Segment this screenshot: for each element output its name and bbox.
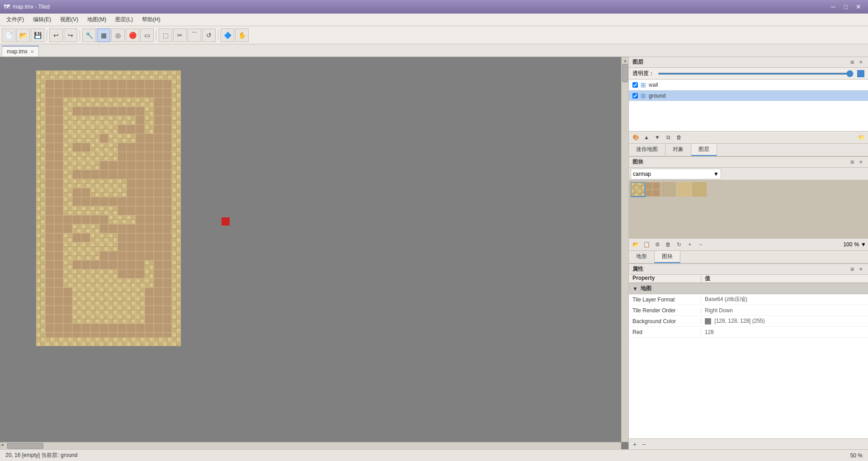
- tileset-minus-button[interactable]: −: [696, 240, 706, 249]
- svg-rect-41: [108, 134, 136, 143]
- maximize-button[interactable]: □: [840, 2, 852, 11]
- svg-rect-37: [72, 306, 145, 315]
- tileset-edit-button[interactable]: ⚙: [652, 240, 662, 249]
- layer-delete-button[interactable]: 🗑: [674, 132, 684, 142]
- rotate-button[interactable]: ↺: [202, 28, 216, 42]
- svg-rect-27: [145, 98, 154, 134]
- open-button[interactable]: 📂: [16, 28, 30, 42]
- layer-color-button[interactable]: 🎨: [631, 132, 641, 142]
- section-arrow: ▼: [632, 286, 638, 292]
- svg-rect-28: [145, 260, 154, 287]
- right-panel: 图层 ⊞ ✕ 透明度： ⊞ wall ⊞: [628, 57, 868, 449]
- tileset-content[interactable]: [629, 180, 868, 238]
- menu-edit[interactable]: 编辑(E): [28, 14, 56, 25]
- tileset-refresh-button[interactable]: ↻: [674, 240, 684, 249]
- layer-folder-button[interactable]: 📁: [856, 132, 866, 142]
- layer-copy-button[interactable]: ⧉: [663, 132, 673, 142]
- layers-panel: 图层 ⊞ ✕ 透明度： ⊞ wall ⊞: [629, 57, 868, 156]
- rect-button[interactable]: ▭: [140, 28, 154, 42]
- separator-1: [47, 30, 47, 41]
- fill-button[interactable]: 🔴: [126, 28, 139, 42]
- properties-table: Property 值 ▼ 地图 Tile Layer Format Base64…: [629, 275, 868, 438]
- undo-button[interactable]: ↩: [49, 28, 63, 42]
- tileset-bottom-toolbar-left: 📂 📋 ⚙ 🗑 ↻ + −: [631, 240, 706, 249]
- tileset-add2-button[interactable]: 📋: [642, 240, 651, 249]
- svg-rect-10: [36, 71, 181, 80]
- tileset-plus-button[interactable]: +: [685, 240, 695, 249]
- object-button[interactable]: 🔷: [221, 28, 234, 42]
- layer-ground-name: ground: [649, 93, 665, 99]
- svg-rect-44: [72, 269, 118, 278]
- prop-background-color-name: Background Color: [629, 318, 701, 325]
- properties-float-button[interactable]: ⊞: [849, 266, 856, 273]
- svg-rect-43: [108, 215, 136, 224]
- scroll-thumb-vertical[interactable]: [622, 64, 628, 82]
- layer-item-ground[interactable]: ⊞ ground: [629, 90, 868, 101]
- layer-up-button[interactable]: ▲: [642, 132, 651, 142]
- tileset-bottom-toolbar: 📂 📋 ⚙ 🗑 ↻ + − 100 % ▼: [629, 238, 868, 251]
- map-tab[interactable]: map.tmx ✕: [2, 46, 39, 56]
- menu-help[interactable]: 帮助(H): [137, 14, 165, 25]
- layer-ground-checkbox[interactable]: [632, 93, 638, 99]
- canvas-area[interactable]: ▲ ◄: [0, 57, 628, 449]
- tab-tiles[interactable]: 图块: [655, 251, 680, 263]
- layers-nav-tabs: 迷你地图 对象 图层: [629, 144, 868, 156]
- tileset-close-button[interactable]: ✕: [857, 159, 864, 166]
- svg-rect-36: [72, 296, 145, 306]
- prop-row-background-color: Background Color [128, 128, 128] (255): [629, 316, 868, 327]
- tab-terrain[interactable]: 地形: [629, 251, 655, 263]
- properties-panel-header: 属性 ⊞ ✕: [629, 264, 868, 275]
- menu-file[interactable]: 文件(F): [2, 14, 28, 25]
- erase-button[interactable]: ◎: [111, 28, 125, 42]
- tileset-delete-button[interactable]: 🗑: [663, 240, 673, 249]
- canvas-scrollbar-vertical[interactable]: ▲: [621, 57, 628, 442]
- tileset-float-button[interactable]: ⊞: [849, 159, 856, 166]
- scroll-left-button[interactable]: ◄: [0, 442, 7, 449]
- layers-float-button[interactable]: ⊞: [849, 59, 856, 66]
- transparency-slider[interactable]: [658, 73, 854, 75]
- layers-close-button[interactable]: ✕: [857, 59, 864, 66]
- prop-section-map[interactable]: ▼ 地图: [629, 283, 868, 294]
- stamp-fill-button[interactable]: ▦: [97, 28, 110, 42]
- tileset-dropdown[interactable]: carmap ▼: [631, 169, 721, 179]
- tab-close-button[interactable]: ✕: [30, 49, 34, 54]
- layers-list: ⊞ wall ⊞ ground: [629, 80, 868, 131]
- close-button[interactable]: ✕: [853, 2, 864, 11]
- hand-button[interactable]: ✋: [235, 28, 249, 42]
- tileset-add-button[interactable]: 📂: [631, 240, 641, 249]
- svg-rect-26: [63, 260, 72, 287]
- scroll-thumb-horizontal[interactable]: [7, 443, 43, 449]
- titlebar-controls: ─ □ ✕: [827, 2, 864, 11]
- svg-rect-40: [72, 134, 99, 143]
- select-button[interactable]: ⬚: [159, 28, 172, 42]
- properties-close-button[interactable]: ✕: [857, 266, 864, 273]
- redo-button[interactable]: ↪: [64, 28, 77, 42]
- tab-objects[interactable]: 对象: [665, 144, 691, 156]
- layer-item-wall[interactable]: ⊞ wall: [629, 80, 868, 90]
- layer-ground-icon: ⊞: [641, 92, 646, 99]
- tileset-toolbar: carmap ▼: [629, 168, 868, 180]
- minimize-button[interactable]: ─: [827, 2, 839, 11]
- tab-minimap[interactable]: 迷你地图: [629, 144, 665, 156]
- prop-background-color-value: [128, 128, 128] (255): [701, 318, 868, 325]
- svg-rect-12: [36, 71, 45, 346]
- layer-wall-checkbox[interactable]: [632, 82, 638, 88]
- layer-down-button[interactable]: ▼: [652, 132, 662, 142]
- menu-map[interactable]: 地图(M): [83, 14, 111, 25]
- canvas-scrollbar-horizontal[interactable]: ◄: [0, 442, 621, 449]
- magic-button[interactable]: ✂: [173, 28, 187, 42]
- scroll-up-button[interactable]: ▲: [622, 57, 628, 64]
- stamp-button[interactable]: 🔧: [82, 28, 96, 42]
- prop-row-tile-layer-format: Tile Layer Format Base64 (zlib压缩): [629, 294, 868, 305]
- separator-3: [156, 30, 156, 41]
- menu-layer[interactable]: 图层(L): [111, 14, 137, 25]
- prop-delete-button[interactable]: −: [640, 440, 648, 448]
- svg-rect-20: [63, 161, 72, 188]
- menu-view[interactable]: 视图(V): [56, 14, 83, 25]
- tab-layers[interactable]: 图层: [691, 144, 717, 156]
- curve-button[interactable]: ⌒: [188, 28, 201, 42]
- prop-add-button[interactable]: +: [631, 440, 639, 448]
- new-button[interactable]: 📄: [2, 28, 15, 42]
- save-button[interactable]: 💾: [31, 28, 44, 42]
- svg-rect-14: [63, 98, 154, 107]
